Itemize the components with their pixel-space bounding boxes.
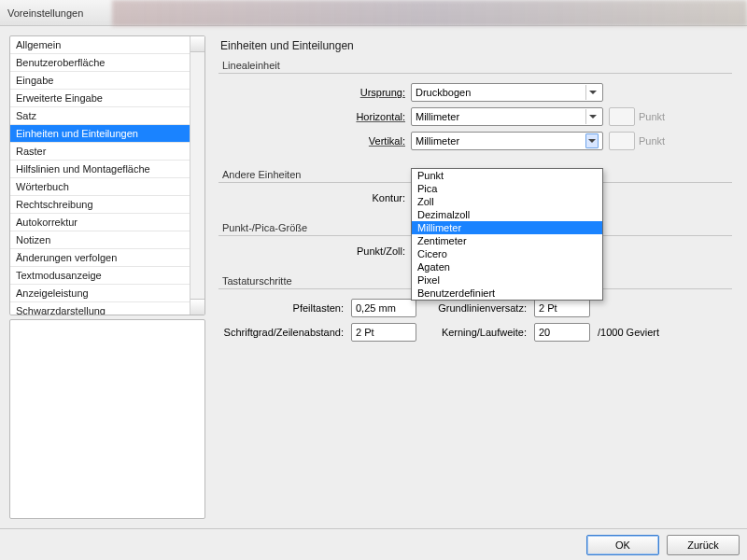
pfeiltasten-input[interactable] <box>351 299 416 317</box>
sidebar-item[interactable]: Änderungen verfolgen <box>10 249 190 267</box>
sidebar-item[interactable]: Notizen <box>10 231 190 249</box>
dropdown-option[interactable]: Pica <box>412 182 602 195</box>
window-title: Voreinstellungen <box>7 7 83 19</box>
sidebar-item[interactable]: Allgemein <box>10 36 190 54</box>
sidebar-item[interactable]: Textmodusanzeige <box>10 267 190 285</box>
category-list[interactable]: AllgemeinBenutzeroberflächeEingabeErweit… <box>9 35 205 315</box>
cancel-button[interactable]: Zurück <box>667 535 740 555</box>
main-panel: Einheiten und Einteilungen Linealeinheit… <box>218 35 738 519</box>
sidebar-item[interactable]: Hilfslinien und Montagefläche <box>10 161 190 178</box>
dialog-footer: OK Zurück <box>0 528 747 560</box>
sidebar-item[interactable]: Wörterbuch <box>10 178 190 196</box>
grundlinie-label: Grundlinienversatz: <box>424 302 527 314</box>
preferences-window: Voreinstellungen AllgemeinBenutzeroberfl… <box>0 0 747 560</box>
group-linealeinheit: Linealeinheit Ursprung: Druckbogen Horiz… <box>218 60 732 160</box>
dropdown-option[interactable]: Benutzerdefiniert <box>412 287 602 300</box>
sidebar-scrollbar[interactable] <box>190 36 204 315</box>
chevron-down-icon <box>585 85 599 100</box>
horizontal-label: Horizontal: <box>222 111 405 122</box>
kontur-label: Kontur: <box>222 192 405 203</box>
sidebar-item[interactable]: Anzeigeleistung <box>10 285 190 302</box>
sidebar-item[interactable]: Autokorrektur <box>10 214 190 231</box>
titlebar: Voreinstellungen <box>0 0 747 26</box>
sidebar-item[interactable]: Schwarzdarstellung <box>10 302 190 315</box>
dropdown-option[interactable]: Millimeter <box>412 221 602 234</box>
horizontal-punkt-input[interactable] <box>609 107 635 126</box>
sidebar-item[interactable]: Eingabe <box>10 72 190 90</box>
ursprung-combo[interactable]: Druckbogen <box>411 83 603 102</box>
titlebar-blur <box>112 0 747 26</box>
chevron-down-icon <box>585 109 599 124</box>
pfeiltasten-label: Pfeiltasten: <box>222 302 344 314</box>
content-area: AllgemeinBenutzeroberflächeEingabeErweit… <box>0 26 747 528</box>
vertikal-value: Millimeter <box>416 135 459 147</box>
kerning-label: Kerning/Laufweite: <box>424 327 527 338</box>
kerning-suffix: /1000 Geviert <box>598 327 728 338</box>
horizontal-combo[interactable]: Millimeter <box>411 107 603 126</box>
horizontal-punkt-block: Punkt <box>609 107 665 126</box>
schriftgrad-label: Schriftgrad/Zeilenabstand: <box>222 327 344 338</box>
dropdown-option[interactable]: Cicero <box>412 247 602 260</box>
group-label: Linealeinheit <box>218 60 732 71</box>
sidebar-item[interactable]: Erweiterte Eingabe <box>10 90 190 107</box>
dropdown-option[interactable]: Agaten <box>412 260 602 273</box>
ursprung-value: Druckbogen <box>416 87 471 98</box>
chevron-down-icon <box>585 133 599 148</box>
dropdown-option[interactable]: Zoll <box>412 195 602 208</box>
vertikal-punkt-label: Punkt <box>639 135 665 147</box>
sidebar-item[interactable]: Raster <box>10 143 190 161</box>
schriftgrad-input[interactable] <box>351 323 416 342</box>
dropdown-option[interactable]: Punkt <box>412 169 602 182</box>
ursprung-label: Ursprung: <box>222 87 405 98</box>
vertikal-combo[interactable]: Millimeter <box>411 132 603 150</box>
punktzoll-label: Punkt/Zoll: <box>222 245 405 257</box>
dropdown-option[interactable]: Pixel <box>412 273 602 287</box>
preview-box <box>9 319 205 519</box>
sidebar-item[interactable]: Satz <box>10 107 190 125</box>
sidebar-item[interactable]: Rechtschreibung <box>10 196 190 214</box>
kerning-input[interactable] <box>534 323 590 342</box>
vertikal-label: Vertikal: <box>222 135 405 147</box>
sidebar-wrap: AllgemeinBenutzeroberflächeEingabeErweit… <box>9 35 205 519</box>
vertikal-punkt-block: Punkt <box>609 132 665 150</box>
horizontal-value: Millimeter <box>416 111 459 122</box>
vertikal-punkt-input[interactable] <box>609 132 635 150</box>
sidebar-item[interactable]: Einheiten und Einteilungen <box>10 125 190 143</box>
sidebar-item[interactable]: Benutzeroberfläche <box>10 54 190 72</box>
horizontal-punkt-label: Punkt <box>639 111 665 122</box>
dropdown-option[interactable]: Zentimeter <box>412 234 602 247</box>
page-title: Einheiten und Einteilungen <box>218 39 732 52</box>
vertikal-dropdown[interactable]: PunktPicaZollDezimalzollMillimeterZentim… <box>411 168 603 301</box>
grundlinie-input[interactable] <box>534 299 590 317</box>
dropdown-option[interactable]: Dezimalzoll <box>412 208 602 221</box>
ok-button[interactable]: OK <box>586 535 659 555</box>
